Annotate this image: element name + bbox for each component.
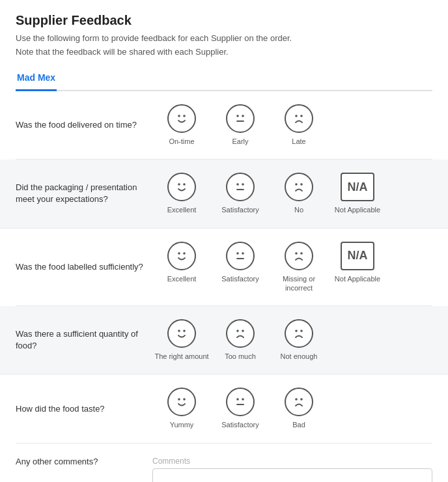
option-label-q4-0: The right amount	[154, 352, 208, 361]
option-q3-2[interactable]: Missing or incorrect	[270, 242, 328, 293]
face-sad-icon	[285, 388, 313, 416]
face-sad-icon	[285, 104, 313, 133]
face-happy-icon	[167, 173, 196, 201]
tab-mad-mex[interactable]: Mad Mex	[16, 67, 57, 91]
svg-point-23	[300, 330, 303, 332]
svg-point-6	[178, 183, 180, 186]
face-sad-icon	[285, 319, 313, 348]
option-q1-0[interactable]: On-time	[152, 104, 211, 146]
option-label-q2-1: Satisfactory	[221, 205, 259, 214]
option-label-q5-1: Satisfactory	[221, 420, 259, 429]
face-sad-icon	[226, 319, 255, 348]
svg-point-19	[183, 330, 186, 332]
question-label-q3: Was the food labelled sufficiently?	[16, 261, 152, 273]
comments-placeholder-label: Comments	[152, 457, 432, 466]
option-label-q1-0: On-time	[169, 137, 194, 146]
na-label-q2: Not Applicable	[335, 205, 380, 214]
face-neutral-icon	[226, 242, 255, 270]
face-sad-icon	[285, 242, 313, 270]
comments-label: Any other comments?	[16, 457, 152, 466]
face-neutral-icon	[226, 388, 255, 416]
face-happy-icon	[167, 104, 196, 133]
face-neutral-icon	[226, 173, 255, 201]
svg-point-8	[236, 183, 239, 186]
option-q5-1[interactable]: Satisfactory	[211, 388, 270, 429]
option-label-q3-2: Missing or incorrect	[270, 274, 328, 293]
face-neutral-icon	[226, 104, 255, 133]
svg-point-29	[300, 399, 303, 401]
option-label-q3-1: Satisfactory	[221, 274, 259, 283]
na-box-icon: N/A	[341, 173, 374, 201]
subtitle-text: Use the following form to provide feedba…	[16, 33, 432, 43]
question-row-q5: How did the food taste?YummySatisfactory…	[16, 375, 432, 443]
page-title: Supplier Feedback	[16, 13, 432, 28]
svg-point-13	[183, 252, 186, 255]
svg-point-27	[242, 399, 244, 401]
options-q1: On-timeEarlyLate	[152, 104, 432, 146]
option-q5-0[interactable]: Yummy	[152, 388, 211, 429]
svg-point-5	[300, 115, 303, 117]
face-happy-icon	[167, 242, 196, 270]
face-sad-icon	[285, 173, 313, 201]
options-q2: ExcellentSatisfactoryNoN/ANot Applicable	[152, 173, 432, 214]
svg-point-11	[300, 183, 303, 186]
option-q1-1[interactable]: Early	[211, 104, 270, 146]
svg-point-2	[236, 115, 239, 117]
option-label-q5-0: Yummy	[170, 420, 194, 429]
options-q4: The right amountToo muchNot enough	[152, 319, 432, 361]
svg-point-26	[236, 399, 239, 401]
question-label-q2: Did the packaging / presentation meet yo…	[16, 182, 152, 205]
svg-point-10	[295, 183, 298, 186]
option-label-q2-0: Excellent	[167, 205, 197, 214]
svg-point-17	[300, 252, 303, 255]
option-q2-2[interactable]: No	[270, 173, 328, 214]
svg-point-25	[183, 399, 186, 401]
option-label-q5-2: Bad	[292, 420, 305, 429]
svg-point-24	[178, 399, 180, 401]
svg-point-4	[295, 115, 298, 117]
options-q5: YummySatisfactoryBad	[152, 388, 432, 429]
option-label-q2-2: No	[294, 205, 303, 214]
option-label-q4-2: Not enough	[281, 352, 318, 361]
na-option-q3[interactable]: N/ANot Applicable	[328, 242, 387, 293]
face-happy-icon	[167, 388, 196, 416]
svg-point-16	[295, 252, 298, 255]
option-q1-2[interactable]: Late	[270, 104, 328, 146]
option-label-q3-0: Excellent	[167, 274, 197, 283]
option-label-q4-1: Too much	[225, 352, 256, 361]
option-q4-0[interactable]: The right amount	[152, 319, 211, 361]
option-q2-1[interactable]: Satisfactory	[211, 173, 270, 214]
comments-section: Any other comments? Comments	[16, 444, 432, 482]
comments-textarea[interactable]	[152, 468, 432, 482]
svg-point-12	[178, 252, 180, 255]
option-q3-0[interactable]: Excellent	[152, 242, 211, 293]
note-text: Note that the feedback will be shared wi…	[16, 47, 432, 57]
option-q5-2[interactable]: Bad	[270, 388, 328, 429]
question-label-q4: Was there a sufficient quantity of food?	[16, 328, 152, 352]
question-row-q3: Was the food labelled sufficiently?Excel…	[16, 229, 432, 307]
tabs-container: Mad Mex	[16, 67, 432, 91]
svg-point-18	[178, 330, 180, 332]
svg-point-7	[183, 183, 186, 186]
question-row-q2: Did the packaging / presentation meet yo…	[0, 160, 448, 228]
question-row-q1: Was the food delivered on time?On-timeEa…	[16, 91, 432, 160]
question-label-q1: Was the food delivered on time?	[16, 119, 152, 131]
svg-point-15	[242, 252, 244, 255]
option-q4-1[interactable]: Too much	[211, 319, 270, 361]
svg-point-0	[178, 115, 180, 117]
svg-point-1	[183, 115, 186, 117]
option-label-q1-2: Late	[292, 137, 305, 146]
svg-point-28	[295, 399, 298, 401]
option-q4-2[interactable]: Not enough	[270, 319, 328, 361]
svg-point-22	[295, 330, 298, 332]
svg-point-9	[242, 183, 244, 186]
na-label-q3: Not Applicable	[335, 274, 380, 283]
svg-point-14	[236, 252, 239, 255]
face-happy-icon	[167, 319, 196, 348]
question-row-q4: Was there a sufficient quantity of food?…	[0, 306, 448, 375]
option-q2-0[interactable]: Excellent	[152, 173, 211, 214]
comments-input-container: Comments	[152, 457, 432, 482]
option-q3-1[interactable]: Satisfactory	[211, 242, 270, 293]
na-option-q2[interactable]: N/ANot Applicable	[328, 173, 387, 214]
svg-point-3	[242, 115, 244, 117]
